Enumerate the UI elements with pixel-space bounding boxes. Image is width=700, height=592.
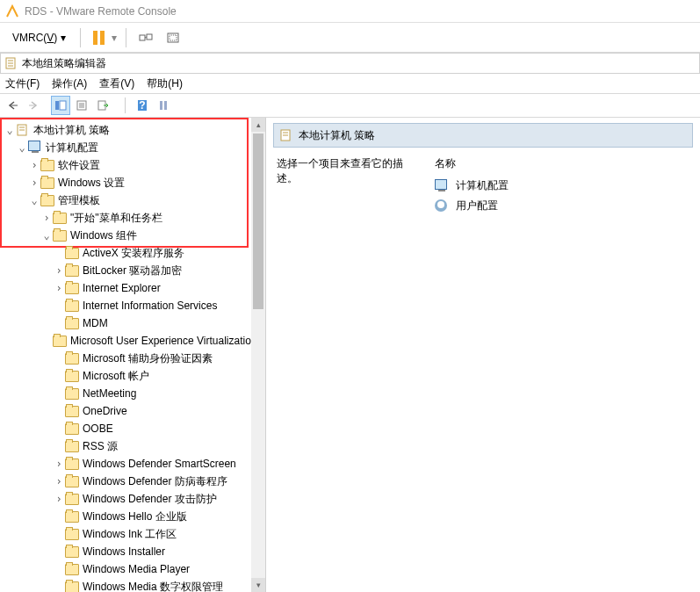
menu-view[interactable]: 查看(V) (99, 76, 134, 91)
back-button[interactable] (4, 96, 23, 115)
scroll-up-icon[interactable]: ▴ (251, 118, 265, 132)
folder-icon (65, 404, 79, 418)
user-icon (435, 199, 449, 213)
folder-icon (65, 580, 79, 592)
pause-button[interactable] (90, 27, 108, 48)
item-user-config[interactable]: 用户配置 (435, 199, 509, 213)
tree-item[interactable]: OneDrive (4, 402, 252, 420)
folder-icon (65, 545, 79, 559)
folder-icon (65, 474, 79, 488)
computer-icon (435, 179, 449, 193)
tree-item[interactable]: Microsoft 辅助身份验证因素 (4, 350, 252, 367)
folder-icon (65, 351, 79, 365)
folder-icon (65, 246, 79, 260)
gpedit-title: 本地组策略编辑器 (22, 56, 106, 71)
details-view-button[interactable] (51, 96, 70, 115)
tree-start-menu[interactable]: › "开始"菜单和任务栏 (4, 209, 252, 227)
filter-button[interactable] (154, 96, 173, 115)
forward-button[interactable] (25, 96, 44, 115)
tree-software[interactable]: › 软件设置 (4, 156, 252, 174)
folder-icon (53, 211, 67, 225)
send-cad-icon[interactable] (139, 30, 155, 46)
folder-icon (53, 228, 67, 242)
help-button[interactable]: ? (133, 96, 152, 115)
expand-icon[interactable]: › (53, 458, 65, 470)
tree-item[interactable]: Windows Hello 企业版 (4, 508, 252, 525)
tree-windows-settings[interactable]: › Windows 设置 (4, 174, 252, 191)
svg-rect-6 (60, 101, 66, 110)
tree-item[interactable]: NetMeeting (4, 385, 252, 402)
folder-icon (65, 492, 79, 506)
svg-text:?: ? (139, 99, 145, 112)
tree-windows-components[interactable]: ⌄ Windows 组件 (4, 227, 252, 244)
expand-icon[interactable]: › (28, 177, 40, 189)
tree-item[interactable]: Microsoft 帐户 (4, 367, 252, 385)
svg-rect-0 (140, 35, 145, 40)
tree-item[interactable]: RSS 源 (4, 437, 252, 455)
policy-icon (16, 123, 30, 137)
tree-item[interactable]: Windows Installer (4, 543, 252, 560)
vertical-scrollbar[interactable]: ▴ ▾ (251, 118, 265, 592)
tree-item[interactable]: ›Windows Defender 防病毒程序 (4, 473, 252, 490)
folder-icon (53, 334, 67, 348)
tree-item[interactable]: Windows Media Player (4, 560, 252, 578)
gpedit-icon (4, 56, 18, 70)
tree-item[interactable]: MDM (4, 314, 252, 332)
svg-rect-12 (164, 101, 167, 110)
column-header-name[interactable]: 名称 (435, 156, 509, 171)
tree-item[interactable]: ›Internet Explorer (4, 279, 252, 297)
scroll-thumb[interactable] (253, 134, 263, 309)
expand-icon[interactable]: › (53, 264, 65, 277)
menu-file[interactable]: 文件(F) (5, 76, 40, 91)
policy-icon (279, 128, 293, 142)
dropdown-arrow-icon[interactable]: ▾ (112, 32, 117, 44)
folder-icon (65, 509, 79, 523)
item-computer-config[interactable]: 计算机配置 (435, 178, 509, 193)
tree-item[interactable]: ›Windows Defender 攻击防护 (4, 490, 252, 508)
folder-icon (65, 281, 79, 295)
folder-icon (40, 158, 54, 172)
collapse-icon[interactable]: ⌄ (28, 194, 40, 206)
folder-icon (65, 264, 79, 278)
folder-icon (65, 422, 79, 436)
folder-icon (65, 299, 79, 313)
tree-item[interactable]: Windows Ink 工作区 (4, 525, 252, 543)
gpedit-titlebar: 本地组策略编辑器 (0, 53, 700, 74)
collapse-icon[interactable]: ⌄ (16, 141, 28, 154)
collapse-icon[interactable]: ⌄ (40, 229, 53, 242)
svg-rect-5 (55, 101, 59, 110)
expand-icon[interactable]: › (53, 282, 65, 294)
tree-item[interactable]: OOBE (4, 420, 252, 437)
vmware-titlebar: RDS - VMware Remote Console (0, 0, 700, 23)
svg-rect-11 (160, 101, 162, 110)
description-text: 选择一个项目来查看它的描述。 (277, 156, 417, 186)
collapse-icon[interactable]: ⌄ (4, 124, 16, 136)
folder-icon (40, 193, 54, 207)
scroll-down-icon[interactable]: ▾ (251, 578, 265, 592)
expand-icon[interactable]: › (53, 493, 65, 505)
menu-help[interactable]: 帮助(H) (147, 76, 183, 91)
expand-icon[interactable]: › (40, 212, 53, 224)
vmware-logo-icon (5, 4, 19, 18)
properties-button[interactable] (72, 96, 91, 115)
tree-computer-config[interactable]: ⌄ 计算机配置 (4, 139, 252, 156)
tree-item[interactable]: Windows Media 数字权限管理 (4, 578, 252, 592)
tree-item[interactable]: ›BitLocker 驱动器加密 (4, 262, 252, 279)
tree-item[interactable]: Internet Information Services (4, 297, 252, 314)
tree-item[interactable]: ›Windows Defender SmartScreen (4, 455, 252, 473)
folder-icon (65, 562, 79, 576)
tree-item[interactable]: ActiveX 安装程序服务 (4, 244, 252, 262)
vmrc-menu-button[interactable]: VMRC(V) ▾ (7, 30, 71, 46)
fullscreen-icon[interactable] (165, 30, 181, 46)
menu-action[interactable]: 操作(A) (52, 76, 87, 91)
expand-icon[interactable]: › (53, 475, 65, 487)
folder-icon (40, 176, 54, 190)
tree-item[interactable]: Microsoft User Experience Virtualization (4, 332, 252, 350)
export-button[interactable] (93, 96, 112, 115)
details-pane: 本地计算机 策略 选择一个项目来查看它的描述。 名称 计算机配置 用户配置 (266, 118, 700, 592)
tree-root[interactable]: ⌄ 本地计算机 策略 (4, 121, 252, 139)
tree-pane: ⌄ 本地计算机 策略 ⌄ 计算机配置 › 软件设置 › Windows 设置 ⌄ (0, 118, 266, 592)
expand-icon[interactable]: › (28, 159, 40, 171)
computer-icon (28, 141, 42, 155)
tree-admin-templates[interactable]: ⌄ 管理模板 (4, 191, 252, 209)
